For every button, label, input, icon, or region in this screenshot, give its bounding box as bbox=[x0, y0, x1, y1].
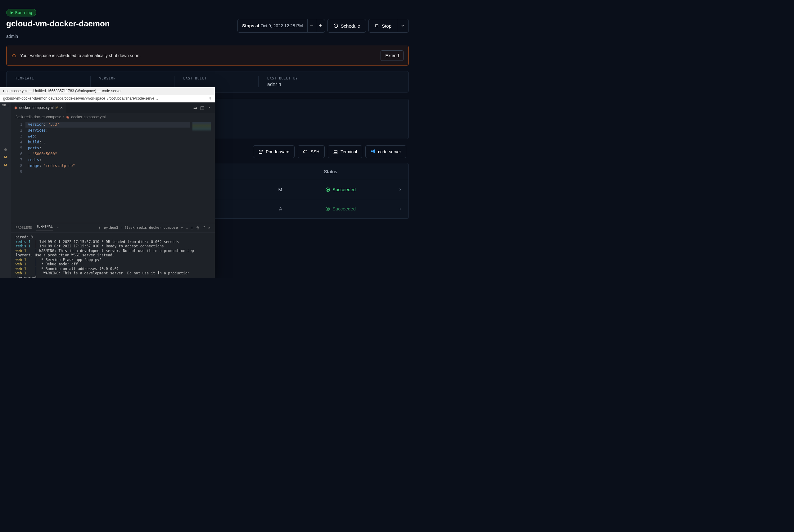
minimap[interactable] bbox=[190, 121, 215, 223]
chevron-right-icon: › bbox=[399, 206, 401, 212]
running-badge: Running bbox=[6, 9, 36, 16]
stops-box: Stops at Oct 9, 2022 12:28 PM − + bbox=[238, 19, 325, 33]
install-icon[interactable]: ⇩ bbox=[209, 96, 212, 100]
warning-icon bbox=[12, 53, 16, 59]
terminal-shell-name: python3 - flask-redis-docker-compose bbox=[104, 226, 177, 230]
play-icon bbox=[10, 11, 13, 14]
tab-row: ◉ docker-compose.yml M × ⇄ ◫ ⋯ bbox=[11, 102, 215, 113]
clock-icon bbox=[333, 23, 338, 28]
docker-icon: ◉ bbox=[14, 106, 17, 110]
info-cell-last-built-by: LAST BUILT BY admin bbox=[259, 76, 409, 87]
tab-modified-badge: M bbox=[56, 106, 58, 110]
stop-button[interactable]: Stop bbox=[368, 19, 397, 33]
laptop-icon bbox=[333, 149, 338, 154]
window-urlbar: gcloud-vm-docker-daemon.dev/apps/code-se… bbox=[0, 95, 215, 102]
terminal-output[interactable]: pired: 0.redis_1 | 1:M 09 Oct 2022 17:15… bbox=[11, 232, 215, 278]
external-link-icon bbox=[258, 149, 263, 154]
more-icon[interactable]: ⋯ bbox=[207, 105, 212, 110]
chevron-down-icon bbox=[400, 23, 405, 28]
svg-rect-3 bbox=[334, 150, 337, 152]
stop-label: Stop bbox=[382, 23, 392, 28]
info-cell-template: TEMPLATE bbox=[6, 76, 91, 87]
title-row: gcloud-vm-docker-daemon Stops at Oct 9, … bbox=[0, 16, 415, 33]
status-row-time: A bbox=[279, 206, 282, 211]
increase-time-button[interactable]: + bbox=[316, 19, 325, 32]
breadcrumb-file: docker-compose.yml bbox=[71, 115, 106, 119]
chevron-right-icon: › bbox=[399, 186, 401, 193]
stops-label: Stops at bbox=[242, 23, 259, 28]
terminal-button[interactable]: Terminal bbox=[328, 145, 362, 158]
extend-button[interactable]: Extend bbox=[381, 50, 403, 61]
activity-bar: OR… M M bbox=[0, 102, 11, 278]
maximize-panel-icon[interactable]: ^ bbox=[203, 226, 205, 230]
more-icon[interactable]: ⋯ bbox=[57, 226, 59, 230]
warning-left: Your workspace is scheduled to automatic… bbox=[12, 53, 140, 59]
breadcrumb[interactable]: flask-redis-docker-compose › ◉ docker-co… bbox=[11, 113, 215, 121]
stop-group: Stop bbox=[368, 19, 409, 33]
terminal-tabs: PROBLEMS TERMINAL ⋯ ❯ python3 - flask-re… bbox=[11, 223, 215, 232]
ssh-label: SSH bbox=[310, 149, 319, 154]
version-label: VERSION bbox=[99, 76, 166, 80]
line-numbers: 123456789 bbox=[11, 121, 25, 223]
editor-main: ◉ docker-compose.yml M × ⇄ ◫ ⋯ flask-red… bbox=[11, 102, 215, 278]
status-text: Succeeded bbox=[333, 187, 356, 192]
stop-icon bbox=[374, 23, 379, 28]
decrease-time-button[interactable]: − bbox=[307, 19, 316, 32]
code-area[interactable]: 123456789 version: "3.3"services: web: b… bbox=[11, 121, 215, 223]
running-label: Running bbox=[15, 10, 32, 15]
info-cell-version: VERSION bbox=[91, 76, 175, 87]
terminal-tab[interactable]: TERMINAL bbox=[36, 224, 53, 231]
kill-terminal-icon[interactable]: 🗑 bbox=[196, 226, 200, 230]
port-forward-button[interactable]: Port forward bbox=[253, 145, 295, 158]
template-label: TEMPLATE bbox=[15, 76, 82, 80]
docker-icon: ◉ bbox=[66, 115, 69, 119]
code-server-button[interactable]: code-server bbox=[365, 145, 406, 158]
stop-dropdown-button[interactable] bbox=[397, 19, 409, 33]
new-terminal-icon[interactable]: + bbox=[181, 226, 183, 230]
svg-point-5 bbox=[327, 189, 329, 191]
success-dot-icon bbox=[326, 188, 330, 192]
terminal-right: ❯ python3 - flask-redis-docker-compose +… bbox=[98, 226, 210, 230]
status-text: Succeeded bbox=[333, 206, 356, 211]
close-panel-icon[interactable]: × bbox=[208, 226, 210, 230]
compare-icon[interactable]: ⇄ bbox=[193, 105, 197, 110]
vscode-icon bbox=[371, 149, 376, 155]
explorer-label: OR… bbox=[2, 104, 9, 107]
terminal-panel: PROBLEMS TERMINAL ⋯ ❯ python3 - flask-re… bbox=[11, 223, 215, 278]
tab-filename: docker-compose.yml bbox=[19, 106, 54, 110]
code-lines: version: "3.3"services: web: build: . po… bbox=[25, 121, 215, 223]
cloud-icon bbox=[303, 149, 308, 154]
last-built-by-label: LAST BUILT BY bbox=[267, 76, 400, 80]
status-badge: Succeeded bbox=[326, 206, 356, 211]
schedule-label: Schedule bbox=[341, 23, 360, 28]
dropdown-icon[interactable]: ⌄ bbox=[186, 226, 188, 229]
schedule-button[interactable]: Schedule bbox=[327, 19, 366, 33]
last-built-label: LAST BUILT bbox=[183, 76, 249, 80]
editor-body: OR… M M ◉ docker-compose.yml M × ⇄ ◫ ⋯ bbox=[0, 102, 215, 278]
window-title: r-compose.yml — Untitled-1665335711783 (… bbox=[3, 89, 122, 93]
split-terminal-icon[interactable]: ◫ bbox=[191, 226, 193, 230]
problems-tab[interactable]: PROBLEMS bbox=[16, 226, 32, 230]
tab-actions: ⇄ ◫ ⋯ bbox=[193, 105, 215, 110]
status-badge: Succeeded bbox=[326, 187, 356, 192]
editor-tab[interactable]: ◉ docker-compose.yml M × bbox=[11, 102, 66, 113]
page-title: gcloud-vm-docker-daemon bbox=[6, 19, 110, 28]
terminal-label: Terminal bbox=[341, 149, 357, 154]
code-server-label: code-server bbox=[378, 149, 401, 154]
modified-badge: M bbox=[4, 163, 7, 167]
svg-rect-1 bbox=[376, 24, 378, 27]
ssh-button[interactable]: SSH bbox=[298, 145, 325, 158]
info-cell-last-built: LAST BUILT bbox=[174, 76, 259, 87]
terminal-shell-icon: ❯ bbox=[98, 226, 100, 230]
port-forward-label: Port forward bbox=[266, 149, 289, 154]
success-dot-icon bbox=[326, 207, 330, 211]
close-tab-icon[interactable]: × bbox=[60, 105, 63, 110]
split-editor-icon[interactable]: ◫ bbox=[200, 105, 204, 110]
modified-badge: M bbox=[4, 155, 7, 159]
breadcrumb-sep: › bbox=[63, 115, 64, 119]
window-url: gcloud-vm-docker-daemon.dev/apps/code-se… bbox=[3, 96, 158, 100]
subtitle: admin bbox=[0, 33, 415, 40]
schedule-group: Stops at Oct 9, 2022 12:28 PM − + Schedu… bbox=[238, 19, 409, 33]
stops-value: Oct 9, 2022 12:28 PM bbox=[260, 23, 303, 28]
activity-dot-icon bbox=[4, 148, 7, 151]
